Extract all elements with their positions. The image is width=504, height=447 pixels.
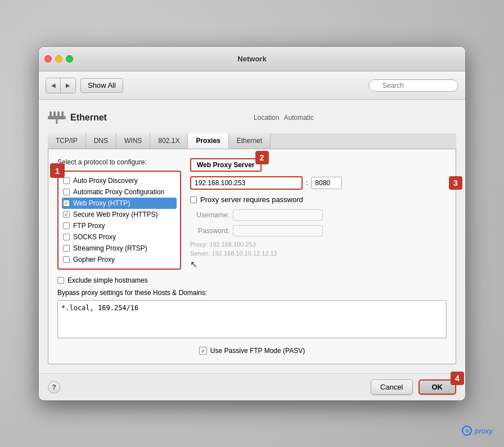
checkbox-6[interactable] — [63, 245, 70, 252]
password-input[interactable] — [233, 225, 323, 236]
window-title: Network — [237, 55, 266, 63]
protocol-label-1: Automatic Proxy Configuration — [73, 188, 164, 196]
ethernet-header: Ethernet Location Automatic — [48, 109, 456, 127]
badge-3: 3 — [449, 176, 462, 190]
minimize-button[interactable] — [55, 55, 62, 62]
svg-rect-4 — [61, 111, 64, 117]
checkbox-5[interactable] — [63, 234, 70, 240]
tabs-row: TCP/IP DNS WINS 802.1X Proxies Ethernet — [48, 133, 456, 149]
exclude-label: Exclude simple hostnames — [68, 276, 148, 284]
proxy-server-header-wrapper: Web Proxy Server 2 — [190, 158, 262, 172]
search-input[interactable] — [368, 79, 458, 92]
bypass-textarea[interactable]: *.local, 169.254/16 — [57, 300, 447, 338]
proxy-section: Web Proxy Server 2 : 3 — [190, 158, 447, 270]
tab-wins[interactable]: WINS — [116, 133, 150, 149]
toolbar: ◀ ▶ Show All 🔍 — [39, 71, 465, 100]
username-label: Username: — [190, 211, 230, 219]
checkbox-3[interactable]: ✓ — [63, 211, 70, 218]
exclude-checkbox[interactable] — [57, 277, 64, 284]
protocol-item-6[interactable]: Streaming Proxy (RTSP) — [62, 243, 177, 254]
bottom-section: Exclude simple hostnames Bypass proxy se… — [57, 276, 447, 340]
protocol-item-1[interactable]: Automatic Proxy Configuration — [62, 186, 177, 198]
proxy-ip-input[interactable] — [190, 176, 303, 190]
show-all-button[interactable]: Show All — [80, 78, 123, 93]
username-row: Username: — [190, 209, 447, 221]
tab-dns[interactable]: DNS — [86, 133, 116, 149]
nav-buttons: ◀ ▶ — [46, 78, 76, 93]
cursor-indicator: ↖ — [190, 259, 447, 270]
username-input[interactable] — [233, 209, 323, 221]
network-window: Network ◀ ▶ Show All 🔍 — [38, 46, 466, 401]
content-area: Ethernet Location Automatic TCP/IP DNS W… — [39, 100, 465, 373]
svg-rect-1 — [50, 111, 52, 117]
tab-proxies[interactable]: Proxies — [188, 133, 228, 149]
proxy-input-container: : 3 — [190, 176, 447, 190]
protocol-item-4[interactable]: FTP Proxy — [62, 220, 177, 231]
location-label: Location — [254, 114, 279, 122]
protocol-label-3: Secure Web Proxy (HTTPS) — [73, 211, 158, 218]
password-row-label: Proxy server requires password — [200, 195, 303, 204]
protocol-item-3[interactable]: ✓ Secure Web Proxy (HTTPS) — [62, 209, 177, 220]
back-button[interactable]: ◀ — [46, 78, 61, 93]
tab-8021x[interactable]: 802.1X — [150, 133, 188, 149]
panel-inner: Select a protocol to configure: 1 Auto P… — [57, 158, 447, 270]
protocol-box-wrapper: 1 Auto Proxy Discovery Automatic Proxy C… — [57, 171, 181, 270]
protocol-label-5: SOCKS Proxy — [73, 233, 116, 241]
location-value: Automatic — [284, 114, 313, 122]
help-button[interactable]: ? — [48, 381, 60, 394]
pasv-checkbox[interactable]: ✓ — [199, 347, 207, 355]
protocol-item-7[interactable]: Gopher Proxy — [62, 254, 177, 265]
svg-rect-3 — [57, 111, 60, 117]
maximize-button[interactable] — [66, 55, 73, 62]
protocol-box: Auto Proxy Discovery Automatic Proxy Con… — [57, 171, 181, 270]
checkbox-7[interactable] — [63, 256, 70, 263]
svg-rect-2 — [53, 111, 56, 117]
badge-1: 1 — [50, 163, 65, 178]
password-checkbox[interactable] — [190, 196, 197, 203]
protocol-title: Select a protocol to configure: — [57, 158, 181, 166]
pasv-row: ✓ Use Passive FTP Mode (PASV) — [57, 347, 447, 355]
footer: ? Cancel OK 4 — [39, 373, 465, 400]
checkbox-1[interactable] — [63, 189, 70, 195]
checkbox-2[interactable]: ✓ — [63, 200, 70, 207]
forward-button[interactable]: ▶ — [61, 78, 75, 93]
pasv-label: Use Passive FTP Mode (PASV) — [210, 347, 305, 355]
password-row: Proxy server requires password — [190, 195, 447, 204]
tab-ethernet-inner[interactable]: Ethernet — [229, 133, 271, 149]
protocol-label-7: Gopher Proxy — [73, 256, 115, 263]
traffic-lights — [44, 55, 73, 62]
cancel-button[interactable]: Cancel — [371, 379, 412, 395]
checkbox-4[interactable] — [63, 222, 70, 229]
protocol-item-0[interactable]: Auto Proxy Discovery — [62, 175, 177, 186]
protocol-label-2: Web Proxy (HTTP) — [73, 199, 130, 207]
badge-4: 4 — [451, 372, 464, 385]
footer-buttons: Cancel OK 4 — [371, 379, 456, 395]
grey-text-1: Proxy: 192.168.100.253 — [190, 241, 447, 248]
bypass-label: Bypass proxy settings for these Hosts & … — [57, 289, 447, 297]
badge-2: 2 — [255, 151, 269, 164]
grey-text-2: Server: 192.168.10.10.12.12.12 — [190, 250, 447, 257]
exclude-row: Exclude simple hostnames — [57, 276, 447, 284]
tab-tcpip[interactable]: TCP/IP — [48, 133, 86, 149]
protocol-label-0: Auto Proxy Discovery — [73, 177, 138, 185]
ethernet-location: Location Automatic — [111, 114, 456, 122]
protocol-label-6: Streaming Proxy (RTSP) — [73, 244, 147, 252]
proxy-input-row: : 3 — [190, 176, 447, 190]
proxy-logo-icon: ⊙ — [462, 426, 472, 436]
port-colon: : — [306, 179, 308, 187]
ethernet-label: Ethernet — [70, 113, 107, 123]
ethernet-icon — [48, 109, 66, 127]
proxy-server-header: Web Proxy Server — [190, 158, 262, 172]
password-label: Password: — [190, 227, 230, 235]
proxy-logo: ⊙ proxy — [462, 426, 493, 436]
close-button[interactable] — [44, 55, 52, 62]
port-input[interactable] — [311, 177, 342, 189]
protocol-item-5[interactable]: SOCKS Proxy — [62, 231, 177, 243]
search-wrapper: 🔍 — [368, 79, 458, 92]
protocol-item-2[interactable]: ✓ Web Proxy (HTTP) — [62, 198, 177, 209]
proxy-logo-text: proxy — [475, 427, 493, 435]
protocol-section: Select a protocol to configure: 1 Auto P… — [57, 158, 181, 270]
checkbox-0[interactable] — [63, 177, 70, 184]
main-panel: Select a protocol to configure: 1 Auto P… — [48, 149, 456, 364]
password-field-row: Password: — [190, 225, 447, 236]
